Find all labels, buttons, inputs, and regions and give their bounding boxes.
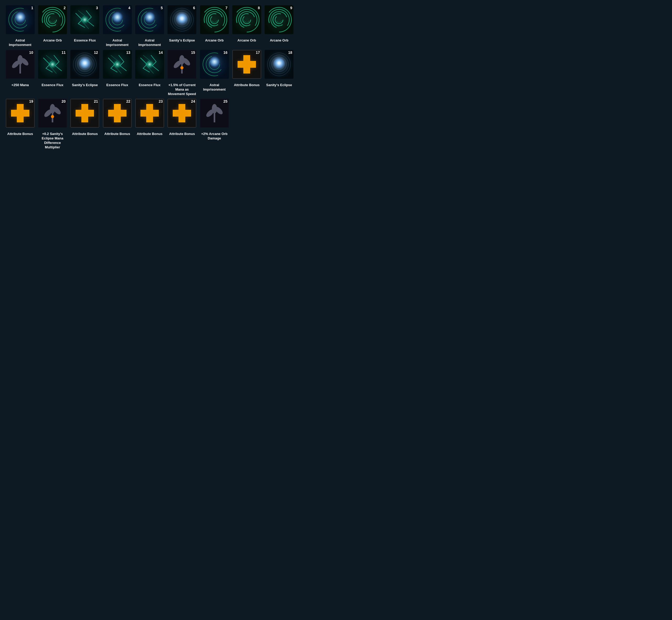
skill-item-9[interactable]: 9Arcane Orb — [264, 5, 294, 47]
skill-item-19[interactable]: 19Attribute Bonus — [5, 99, 35, 150]
skill-label-17: Attribute Bonus — [234, 83, 260, 88]
skill-item-18[interactable]: 18Sanity's Eclipse — [264, 50, 294, 96]
skill-grid: 1Astral Imprisonment2Arcane Orb3Essence … — [5, 5, 294, 150]
badge-16: 16 — [223, 50, 228, 55]
skill-item-23[interactable]: 23Attribute Bonus — [135, 99, 164, 150]
badge-6: 6 — [193, 6, 195, 10]
skill-item-10[interactable]: 10+250 Mana — [5, 50, 35, 96]
skill-item-22[interactable]: 22Attribute Bonus — [102, 99, 132, 150]
badge-8: 8 — [258, 6, 260, 10]
badge-7: 7 — [225, 6, 228, 10]
skill-item-8[interactable]: 8Arcane Orb — [232, 5, 262, 47]
skill-item-2[interactable]: 2Arcane Orb — [38, 5, 67, 47]
skill-label-24: Attribute Bonus — [169, 132, 195, 136]
skill-label-4: Astral Imprisonment — [103, 38, 132, 47]
skill-label-15: +1.5% of Current Mana as Movement Speed — [167, 83, 197, 96]
badge-18: 18 — [288, 50, 292, 55]
skill-label-22: Attribute Bonus — [105, 132, 130, 136]
badge-23: 23 — [159, 99, 163, 103]
skill-item-16[interactable]: 16Astral Imprisonment — [200, 50, 229, 96]
badge-20: 20 — [61, 99, 66, 103]
skill-label-7: Arcane Orb — [205, 38, 224, 43]
skill-label-13: Essence Flux — [106, 83, 128, 88]
skill-label-12: Sanity's Eclipse — [72, 83, 98, 88]
badge-15: 15 — [191, 50, 195, 55]
badge-11: 11 — [61, 50, 66, 55]
skill-item-7[interactable]: 7Arcane Orb — [200, 5, 229, 47]
badge-24: 24 — [191, 99, 195, 103]
badge-13: 13 — [126, 50, 130, 55]
badge-22: 22 — [126, 99, 130, 103]
badge-19: 19 — [29, 99, 33, 103]
skill-label-14: Essence Flux — [138, 83, 160, 88]
badge-12: 12 — [94, 50, 98, 55]
skill-label-5: Astral Imprisonment — [135, 38, 164, 47]
skill-item-21[interactable]: 21Attribute Bonus — [70, 99, 100, 150]
badge-25: 25 — [223, 99, 228, 103]
badge-3: 3 — [96, 6, 98, 10]
badge-2: 2 — [63, 6, 66, 10]
skill-item-5[interactable]: 5Astral Imprisonment — [135, 5, 164, 47]
skill-item-14[interactable]: 14Essence Flux — [135, 50, 164, 96]
skill-label-9: Arcane Orb — [270, 38, 288, 43]
badge-1: 1 — [31, 6, 33, 10]
skill-item-11[interactable]: 11Essence Flux — [38, 50, 67, 96]
skill-label-1: Astral Imprisonment — [6, 38, 35, 47]
badge-9: 9 — [290, 6, 292, 10]
badge-4: 4 — [128, 6, 130, 10]
skill-item-4[interactable]: 4Astral Imprisonment — [102, 5, 132, 47]
skill-item-12[interactable]: 12Sanity's Eclipse — [70, 50, 100, 96]
badge-14: 14 — [159, 50, 163, 55]
skill-item-20[interactable]: 20+0.2 Sanity's Eclipse Mana Difference … — [38, 99, 67, 150]
badge-5: 5 — [161, 6, 163, 10]
skill-label-3: Essence Flux — [74, 38, 96, 43]
skill-item-24[interactable]: 24Attribute Bonus — [167, 99, 197, 150]
skill-label-18: Sanity's Eclipse — [266, 83, 292, 88]
skill-item-1[interactable]: 1Astral Imprisonment — [5, 5, 35, 47]
skill-item-3[interactable]: 3Essence Flux — [70, 5, 100, 47]
skill-label-16: Astral Imprisonment — [200, 83, 229, 92]
skill-item-15[interactable]: 15+1.5% of Current Mana as Movement Spee… — [167, 50, 197, 96]
skill-label-2: Arcane Orb — [43, 38, 62, 43]
skill-label-21: Attribute Bonus — [72, 132, 98, 136]
skill-label-8: Arcane Orb — [237, 38, 256, 43]
skill-label-10: +250 Mana — [11, 83, 29, 88]
badge-21: 21 — [94, 99, 98, 103]
skill-label-6: Sanity's Eclipse — [169, 38, 195, 43]
skill-item-13[interactable]: 13Essence Flux — [102, 50, 132, 96]
badge-10: 10 — [29, 50, 33, 55]
skill-label-25: +2% Arcane Orb Damage — [200, 132, 229, 141]
skill-label-19: Attribute Bonus — [7, 132, 33, 136]
skill-label-23: Attribute Bonus — [137, 132, 163, 136]
badge-17: 17 — [256, 50, 260, 55]
skill-item-6[interactable]: 6Sanity's Eclipse — [167, 5, 197, 47]
skill-label-20: +0.2 Sanity's Eclipse Mana Difference Mu… — [38, 132, 67, 150]
skill-item-17[interactable]: 17Attribute Bonus — [232, 50, 262, 96]
skill-label-11: Essence Flux — [42, 83, 63, 88]
skill-item-25[interactable]: 25+2% Arcane Orb Damage — [200, 99, 229, 150]
